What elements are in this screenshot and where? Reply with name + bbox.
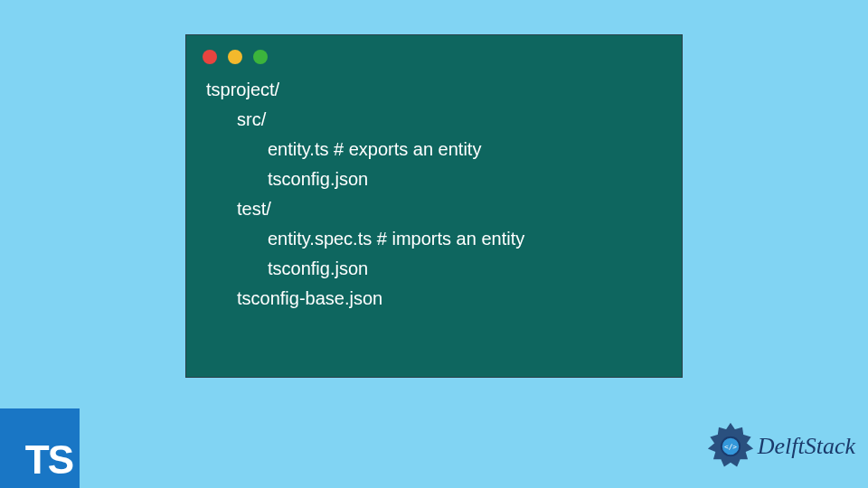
traffic-light-green — [253, 50, 268, 64]
delftstack-label: DelftStack — [758, 433, 855, 460]
delftstack-emblem-icon: </> — [705, 421, 756, 472]
code-line: entity.spec.ts # imports an entity — [199, 224, 669, 254]
code-line: test/ — [199, 194, 669, 224]
code-line: tsconfig.json — [199, 254, 669, 284]
code-line: tsproject/ — [199, 75, 669, 105]
typescript-badge: TS — [0, 408, 80, 488]
traffic-light-red — [203, 50, 217, 64]
traffic-lights — [186, 35, 682, 71]
code-line: entity.ts # exports an entity — [199, 135, 669, 164]
code-line: tsconfig-base.json — [199, 284, 669, 314]
delftstack-logo: </> DelftStack — [705, 421, 855, 472]
traffic-light-yellow — [228, 50, 242, 64]
code-window: tsproject/ src/ entity.ts # exports an e… — [185, 34, 683, 378]
typescript-badge-label: TS — [25, 437, 72, 483]
code-line: tsconfig.json — [199, 164, 669, 194]
code-content: tsproject/ src/ entity.ts # exports an e… — [186, 71, 682, 326]
code-line: src/ — [199, 105, 669, 135]
svg-text:</>: </> — [724, 443, 737, 451]
